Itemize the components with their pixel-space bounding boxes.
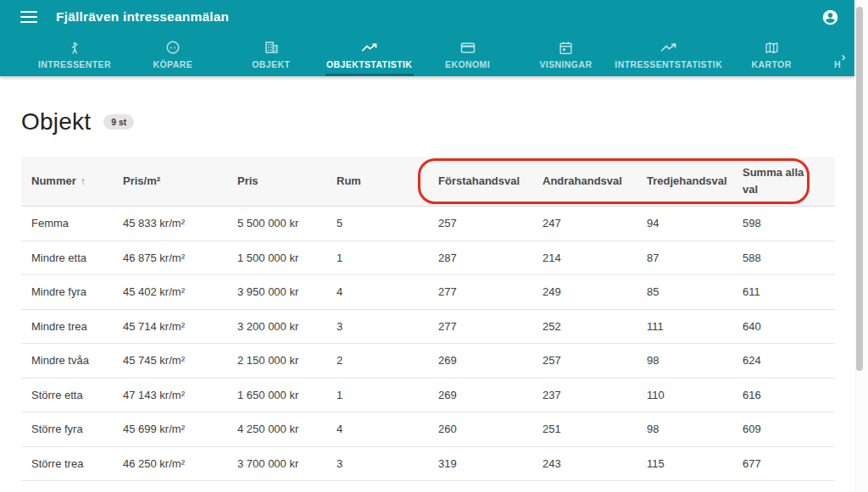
tab-label: KARTOR <box>752 59 792 69</box>
cell-summa-alla-val: 640 <box>743 320 835 333</box>
cell-pris-m2: 45 402 kr/m² <box>123 285 237 298</box>
cell-andrahandsval: 249 <box>542 285 647 298</box>
cell-tredjehandsval: 115 <box>647 457 743 470</box>
tab-objektstatistik[interactable]: OBJEKTSTATISTIK <box>320 34 419 76</box>
cell-summa-alla-val: 609 <box>743 423 835 435</box>
cell-rum: 4 <box>337 285 438 298</box>
cell-nummer: Mindre tvåa <box>31 354 123 367</box>
cell-andrahandsval: 237 <box>542 389 647 401</box>
count-badge: 9 st <box>103 114 134 130</box>
cell-forstahandsval: 319 <box>438 457 542 470</box>
cell-andrahandsval: 247 <box>542 217 647 229</box>
cell-tredjehandsval: 98 <box>647 354 743 367</box>
col-rum[interactable]: Rum <box>337 173 438 190</box>
cell-tredjehandsval: 87 <box>647 252 743 264</box>
cell-andrahandsval: 257 <box>542 354 647 367</box>
cell-tredjehandsval: 85 <box>647 285 743 298</box>
table-row[interactable]: Större etta 47 143 kr/m² 1 650 000 kr 1 … <box>21 379 835 413</box>
vertical-scrollbar <box>854 0 868 492</box>
table-row[interactable]: Större fyra 45 699 kr/m² 4 250 000 kr 4 … <box>21 412 835 447</box>
cell-rum: 5 <box>337 217 438 229</box>
page-title: Objekt <box>21 108 91 135</box>
table-row[interactable]: Mindre fyra 45 402 kr/m² 3 950 000 kr 4 … <box>21 275 835 310</box>
cell-nummer: Större trea <box>31 457 123 470</box>
scrollbar-thumb[interactable] <box>856 7 863 371</box>
cell-rum: 2 <box>337 354 438 367</box>
cell-tredjehandsval: 98 <box>647 423 743 435</box>
sort-asc-icon: ↑ <box>81 174 86 187</box>
col-tredjehandsval[interactable]: Tredjehandsval <box>647 173 743 190</box>
trending-up-icon <box>361 40 378 55</box>
chevron-right-icon[interactable]: › <box>836 49 851 64</box>
col-andrahandsval[interactable]: Andrahandsval <box>542 173 647 190</box>
cell-pris: 5 500 000 kr <box>237 217 337 229</box>
cell-summa-alla-val: 624 <box>743 354 835 367</box>
cell-rum: 1 <box>337 252 438 264</box>
cell-nummer: Femma <box>31 217 123 229</box>
tab-visningar[interactable]: VISNINGAR <box>516 34 615 76</box>
col-pris[interactable]: Pris <box>237 173 337 190</box>
cell-summa-alla-val: 616 <box>743 389 835 401</box>
tab-kopare[interactable]: KÖPARE <box>124 34 222 76</box>
cell-nummer: Mindre fyra <box>31 285 123 298</box>
col-pris-m2[interactable]: Pris/m² <box>123 173 237 190</box>
page-head: Objekt 9 st <box>21 108 134 135</box>
tab-objekt[interactable]: OBJEKT <box>222 34 320 76</box>
cell-forstahandsval: 277 <box>438 320 542 333</box>
cell-pris: 1 650 000 kr <box>237 389 337 401</box>
cell-pris-m2: 45 745 kr/m² <box>123 354 237 367</box>
cell-pris: 3 950 000 kr <box>237 285 337 298</box>
table-body: Femma 45 833 kr/m² 5 500 000 kr 5 257 24… <box>21 207 835 481</box>
map-icon <box>765 40 779 55</box>
col-forstahandsval[interactable]: Förstahandsval <box>438 173 542 190</box>
cell-pris-m2: 46 875 kr/m² <box>123 252 237 264</box>
cell-forstahandsval: 277 <box>438 285 542 298</box>
tab-intressentstatistik[interactable]: INTRESSENTSTATISTIK <box>615 34 722 76</box>
person-icon <box>67 40 81 55</box>
cell-nummer: Större etta <box>31 389 123 401</box>
cell-pris-m2: 47 143 kr/m² <box>123 389 237 401</box>
table-row[interactable]: Femma 45 833 kr/m² 5 500 000 kr 5 257 24… <box>21 207 835 241</box>
cell-summa-alla-val: 598 <box>743 217 835 229</box>
cell-pris: 1 500 000 kr <box>237 252 337 264</box>
cell-tredjehandsval: 110 <box>647 389 743 401</box>
app-root: Fjällräven intresseanmälan INTRESSENTER <box>0 0 868 492</box>
cell-rum: 3 <box>337 320 438 333</box>
col-nummer[interactable]: Nummer↑ <box>31 173 123 190</box>
tab-label: KÖPARE <box>153 59 193 69</box>
account-circle-icon[interactable] <box>821 8 839 26</box>
cell-pris: 2 150 000 kr <box>237 354 337 367</box>
tab-ekonomi[interactable]: EKONOMI <box>419 34 517 76</box>
cell-nummer: Större fyra <box>31 423 123 435</box>
face-icon <box>165 40 181 55</box>
cell-tredjehandsval: 94 <box>647 217 743 229</box>
table-row[interactable]: Mindre etta 46 875 kr/m² 1 500 000 kr 1 … <box>21 241 835 276</box>
tab-label: INTRESSENTSTATISTIK <box>615 59 722 69</box>
trending-up-icon <box>660 40 677 55</box>
cell-pris: 3 700 000 kr <box>237 457 337 470</box>
table-row[interactable]: Mindre trea 45 714 kr/m² 3 200 000 kr 3 … <box>21 310 835 345</box>
cell-forstahandsval: 269 <box>438 354 542 367</box>
hamburger-menu-icon[interactable] <box>20 11 37 23</box>
app-header: Fjällräven intresseanmälan INTRESSENTER <box>0 0 854 76</box>
app-title: Fjällräven intresseanmälan <box>56 9 229 25</box>
cell-summa-alla-val: 677 <box>743 457 835 470</box>
table-row[interactable]: Större trea 46 250 kr/m² 3 700 000 kr 3 … <box>21 447 835 482</box>
cell-forstahandsval: 269 <box>438 389 542 401</box>
tab-kartor[interactable]: KARTOR <box>722 34 821 76</box>
tab-label: VISNINGAR <box>539 59 592 69</box>
tab-label: OBJEKT <box>252 59 290 69</box>
tab-label: OBJEKTSTATISTIK <box>326 59 412 69</box>
calendar-icon <box>559 40 573 55</box>
cell-nummer: Mindre etta <box>31 252 123 264</box>
col-summa-alla-val[interactable]: Summa alla val <box>743 164 835 198</box>
cell-pris: 3 200 000 kr <box>237 320 337 333</box>
tab-intressenter[interactable]: INTRESSENTER <box>25 34 124 76</box>
cell-pris-m2: 46 250 kr/m² <box>123 457 237 470</box>
objects-table: Nummer↑ Pris/m² Pris Rum Förstahandsval … <box>21 157 835 481</box>
cell-tredjehandsval: 111 <box>647 320 743 333</box>
cell-pris-m2: 45 699 kr/m² <box>123 423 237 435</box>
tab-label: EKONOMI <box>445 59 490 69</box>
table-row[interactable]: Mindre tvåa 45 745 kr/m² 2 150 000 kr 2 … <box>21 344 835 379</box>
table-header-row: Nummer↑ Pris/m² Pris Rum Förstahandsval … <box>21 157 835 207</box>
